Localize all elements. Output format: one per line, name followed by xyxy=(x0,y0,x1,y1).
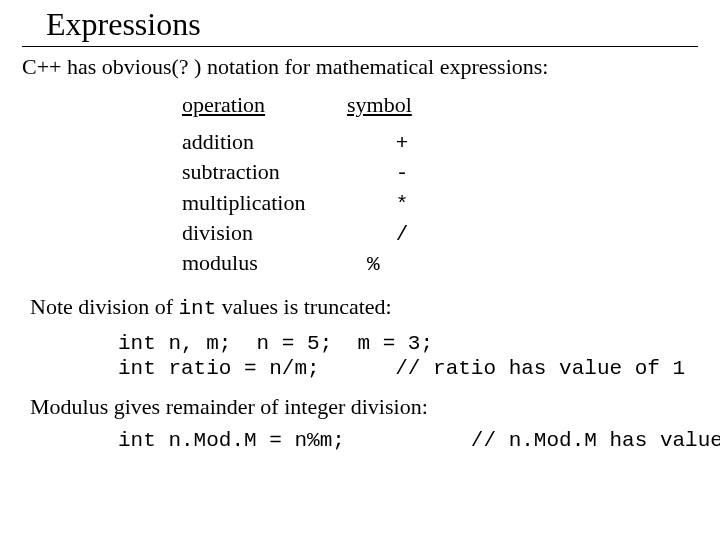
note-division-post: values is truncated: xyxy=(216,294,391,319)
table-row: addition + xyxy=(182,128,457,158)
code-block-1: int n, m; n = 5; m = 3; int ratio = n/m;… xyxy=(118,331,698,381)
note-division-pre: Note division of xyxy=(30,294,179,319)
col-head-symbol: symbol xyxy=(347,91,457,129)
op-cell: division xyxy=(182,219,347,249)
sym-cell: - xyxy=(396,162,409,185)
col-head-operation: operation xyxy=(182,91,347,129)
table-row: modulus % xyxy=(182,249,457,279)
op-cell: modulus xyxy=(182,249,347,279)
note-division: Note division of int values is truncated… xyxy=(30,293,698,322)
sym-cell: % xyxy=(367,253,380,276)
title-rule xyxy=(22,46,698,47)
note-division-code: int xyxy=(179,297,217,320)
op-cell: subtraction xyxy=(182,158,347,188)
sym-cell: + xyxy=(396,132,409,155)
intro-text: C++ has obvious(? ) notation for mathema… xyxy=(22,53,698,81)
table-row: division / xyxy=(182,219,457,249)
page-title: Expressions xyxy=(46,4,698,44)
operator-table: operation symbol addition + subtraction … xyxy=(182,91,457,280)
sym-cell: / xyxy=(396,223,409,246)
code-block-2: int n.Mod.M = n%m; // n.Mod.M has value … xyxy=(118,428,698,453)
sym-cell: * xyxy=(396,193,409,216)
table-row: subtraction - xyxy=(182,158,457,188)
op-cell: multiplication xyxy=(182,189,347,219)
table-row: multiplication * xyxy=(182,189,457,219)
slide: Expressions C++ has obvious(? ) notation… xyxy=(0,0,720,540)
op-cell: addition xyxy=(182,128,347,158)
note-modulus: Modulus gives remainder of integer divis… xyxy=(30,393,698,421)
